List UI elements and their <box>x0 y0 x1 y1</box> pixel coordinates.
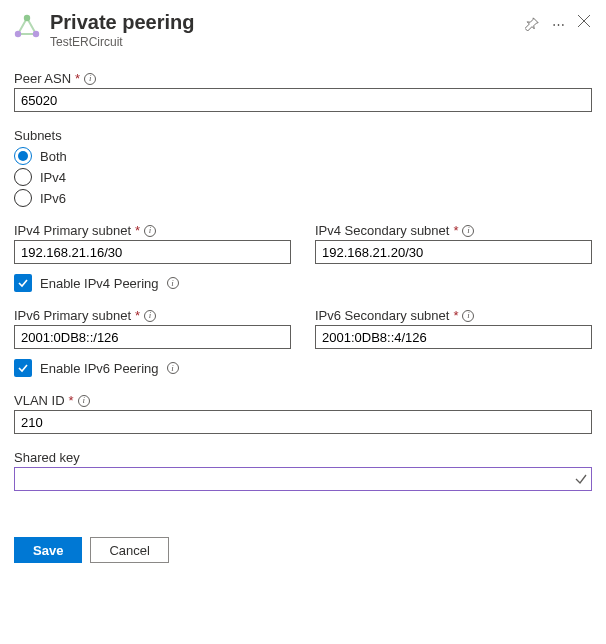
required-indicator: * <box>453 223 458 238</box>
shared-key-field: Shared key <box>14 450 592 491</box>
ipv6-primary-field: IPv6 Primary subnet * i <box>14 308 291 349</box>
ipv4-secondary-input[interactable] <box>315 240 592 264</box>
info-icon[interactable]: i <box>84 73 96 85</box>
ipv4-primary-input[interactable] <box>14 240 291 264</box>
peer-asn-label: Peer ASN <box>14 71 71 86</box>
page-title: Private peering <box>50 10 514 34</box>
subnets-group: Subnets Both IPv4 IPv6 <box>14 128 592 207</box>
radio-label: Both <box>40 149 67 164</box>
radio-label: IPv4 <box>40 170 66 185</box>
ipv6-primary-input[interactable] <box>14 325 291 349</box>
more-icon[interactable]: ⋯ <box>550 16 566 32</box>
peer-asn-input[interactable] <box>14 88 592 112</box>
subnets-label: Subnets <box>14 128 592 143</box>
peering-icon <box>14 14 40 40</box>
page-subtitle: TestERCircuit <box>50 35 514 49</box>
svg-point-0 <box>24 15 30 21</box>
enable-ipv6-label: Enable IPv6 Peering <box>40 361 159 376</box>
info-icon[interactable]: i <box>167 277 179 289</box>
subnets-radio-ipv4[interactable]: IPv4 <box>14 168 592 186</box>
ipv4-secondary-label: IPv4 Secondary subnet <box>315 223 449 238</box>
svg-point-1 <box>33 31 39 37</box>
save-button[interactable]: Save <box>14 537 82 563</box>
required-indicator: * <box>75 71 80 86</box>
shared-key-label: Shared key <box>14 450 80 465</box>
radio-label: IPv6 <box>40 191 66 206</box>
cancel-button[interactable]: Cancel <box>90 537 168 563</box>
subnets-radio-both[interactable]: Both <box>14 147 592 165</box>
ipv4-primary-label: IPv4 Primary subnet <box>14 223 131 238</box>
subnets-radio-ipv6[interactable]: IPv6 <box>14 189 592 207</box>
blade-header: Private peering TestERCircuit ⋯ <box>14 10 592 49</box>
ipv6-secondary-label: IPv6 Secondary subnet <box>315 308 449 323</box>
shared-key-input[interactable] <box>14 467 592 491</box>
required-indicator: * <box>135 223 140 238</box>
enable-ipv6-checkbox[interactable]: Enable IPv6 Peering i <box>14 359 592 377</box>
pin-icon[interactable] <box>524 16 540 32</box>
ipv6-secondary-input[interactable] <box>315 325 592 349</box>
info-icon[interactable]: i <box>167 362 179 374</box>
info-icon[interactable]: i <box>78 395 90 407</box>
required-indicator: * <box>69 393 74 408</box>
peer-asn-field: Peer ASN * i <box>14 71 592 112</box>
close-icon[interactable] <box>576 10 592 26</box>
ipv6-secondary-field: IPv6 Secondary subnet * i <box>315 308 592 349</box>
vlan-id-label: VLAN ID <box>14 393 65 408</box>
required-indicator: * <box>135 308 140 323</box>
ipv4-secondary-field: IPv4 Secondary subnet * i <box>315 223 592 264</box>
vlan-id-input[interactable] <box>14 410 592 434</box>
ipv4-primary-field: IPv4 Primary subnet * i <box>14 223 291 264</box>
required-indicator: * <box>453 308 458 323</box>
svg-point-2 <box>15 31 21 37</box>
info-icon[interactable]: i <box>144 225 156 237</box>
checkbox-icon <box>14 274 32 292</box>
footer-actions: Save Cancel <box>14 537 592 563</box>
info-icon[interactable]: i <box>462 310 474 322</box>
enable-ipv4-checkbox[interactable]: Enable IPv4 Peering i <box>14 274 592 292</box>
enable-ipv4-label: Enable IPv4 Peering <box>40 276 159 291</box>
info-icon[interactable]: i <box>462 225 474 237</box>
info-icon[interactable]: i <box>144 310 156 322</box>
checkbox-icon <box>14 359 32 377</box>
vlan-id-field: VLAN ID * i <box>14 393 592 434</box>
ipv6-primary-label: IPv6 Primary subnet <box>14 308 131 323</box>
